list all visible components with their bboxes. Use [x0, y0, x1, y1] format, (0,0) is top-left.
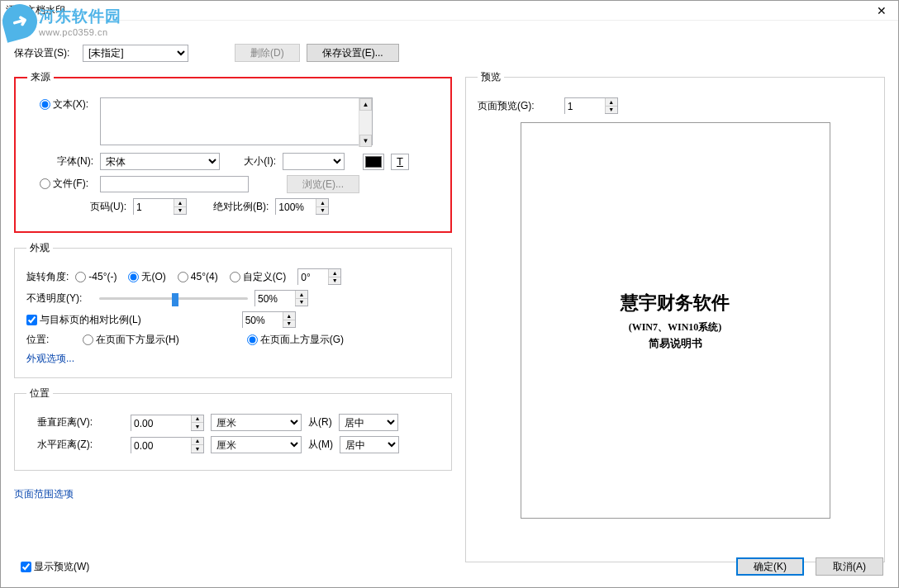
absolute-ratio-spinner[interactable]: ▲▼: [275, 198, 329, 215]
preview-legend: 预览: [478, 70, 504, 84]
from-m-label: 从(M): [308, 438, 333, 452]
save-settings-select[interactable]: [未指定]: [83, 45, 188, 62]
scale-checkbox[interactable]: 与目标页的相对比例(L): [26, 313, 141, 327]
position-below-radio[interactable]: 在页面下方显示(H): [83, 333, 179, 347]
rotation-none-radio[interactable]: 无(O): [128, 270, 165, 284]
position-fieldset: 位置 垂直距离(V): ▲▼ 厘米 从(R) 居中 水平距离(Z):: [14, 386, 452, 471]
rotation-custom-radio[interactable]: 自定义(C): [230, 270, 287, 284]
opacity-spinner[interactable]: ▲▼: [254, 290, 308, 306]
appearance-options-link[interactable]: 外观选项...: [26, 353, 74, 364]
hdist-unit-select[interactable]: 厘米: [211, 436, 302, 453]
cancel-button[interactable]: 取消(A): [816, 557, 883, 576]
delete-button[interactable]: 删除(D): [235, 44, 300, 62]
opacity-slider[interactable]: [99, 290, 248, 306]
file-input[interactable]: [100, 176, 249, 192]
from-r-label: 从(R): [308, 415, 332, 429]
position-label: 位置:: [26, 333, 76, 347]
window-title: 添加文档水印: [6, 3, 865, 17]
vdist-label: 垂直距离(V):: [26, 415, 93, 429]
file-radio[interactable]: 文件(F):: [40, 177, 88, 191]
source-legend: 来源: [27, 70, 54, 84]
page-number-label: 页码(U):: [27, 200, 126, 214]
hdist-anchor-select[interactable]: 居中: [340, 436, 399, 453]
page-preview-spinner[interactable]: ▲▼: [564, 97, 618, 114]
hdist-label: 水平距离(Z):: [26, 438, 93, 452]
appearance-legend: 外观: [26, 241, 53, 255]
size-select[interactable]: [283, 153, 345, 170]
preview-doc-subtitle: (WIN7、WIN10系统): [629, 320, 722, 334]
size-label: 大小(I):: [226, 154, 276, 168]
appearance-fieldset: 外观 旋转角度: -45°(-) 无(O) 45°(4) 自定义(C) ▲▼: [14, 241, 452, 378]
scale-spinner[interactable]: ▲▼: [242, 311, 296, 328]
font-label: 字体(N):: [27, 154, 93, 168]
page-preview-label: 页面预览(G):: [478, 99, 535, 113]
preview-doc-title: 慧宇财务软件: [621, 291, 730, 315]
absolute-ratio-label: 绝对比例(B):: [213, 200, 269, 214]
position-legend: 位置: [26, 386, 53, 401]
preview-doc-desc: 简易说明书: [649, 336, 702, 351]
font-select[interactable]: 宋体: [100, 153, 220, 170]
close-button[interactable]: ✕: [865, 1, 898, 21]
rotation-neg45-radio[interactable]: -45°(-): [75, 271, 117, 282]
rotation-label: 旋转角度:: [26, 270, 69, 284]
hdist-spinner[interactable]: ▲▼: [131, 437, 204, 453]
source-fieldset: 来源 文本(X): ▲ ▼: [14, 70, 452, 233]
opacity-label: 不透明度(Y):: [26, 292, 93, 306]
preview-page: 慧宇财务软件 (WIN7、WIN10系统) 简易说明书: [521, 122, 830, 519]
textarea-scrollbar[interactable]: ▲ ▼: [359, 98, 372, 147]
page-range-options-link[interactable]: 页面范围选项: [14, 487, 74, 501]
save-config-button[interactable]: 保存设置(E)...: [307, 44, 399, 62]
text-radio[interactable]: 文本(X):: [40, 97, 88, 111]
page-number-spinner[interactable]: ▲▼: [133, 198, 187, 215]
vdist-anchor-select[interactable]: 居中: [339, 414, 398, 431]
color-picker[interactable]: [363, 154, 384, 170]
ok-button[interactable]: 确定(K): [736, 557, 804, 576]
rotation-45-radio[interactable]: 45°(4): [178, 271, 218, 282]
rotation-custom-spinner[interactable]: ▲▼: [297, 268, 341, 285]
text-input[interactable]: [100, 97, 373, 145]
save-settings-label: 保存设置(S):: [14, 46, 76, 60]
vdist-spinner[interactable]: ▲▼: [131, 415, 204, 431]
underline-button[interactable]: T: [391, 154, 409, 170]
show-preview-checkbox[interactable]: 显示预览(W): [21, 560, 89, 574]
vdist-unit-select[interactable]: 厘米: [211, 414, 302, 431]
browse-button[interactable]: 浏览(E)...: [287, 175, 359, 193]
preview-fieldset: 预览 页面预览(G): ▲▼ 慧宇财务软件 (WIN7、WIN10系统) 简易说…: [465, 70, 885, 562]
position-above-radio[interactable]: 在页面上方显示(G): [247, 333, 344, 347]
